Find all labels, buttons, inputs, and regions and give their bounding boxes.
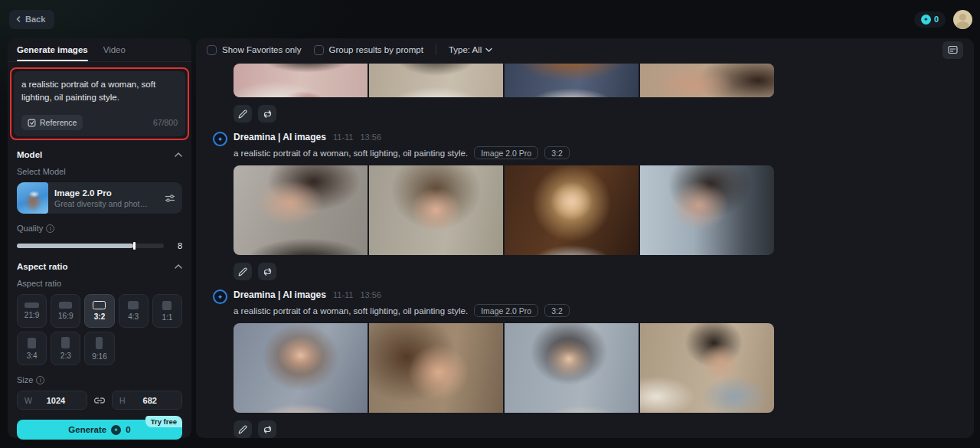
collection-icon (948, 45, 958, 54)
generated-image[interactable] (505, 165, 639, 255)
width-field[interactable]: W (17, 391, 87, 410)
type-dropdown[interactable]: Type: All (449, 45, 492, 54)
back-label: Back (25, 15, 45, 24)
model-badge[interactable]: Image 2.0 Pro (474, 304, 538, 317)
ratio-21-9-icon (24, 302, 39, 308)
ratio-16-9-icon (59, 302, 72, 309)
aspect-option-1-1[interactable]: 1:1 (152, 294, 182, 328)
back-button[interactable]: Back (9, 10, 54, 29)
model-name: Image 2.0 Pro (54, 188, 150, 198)
generate-cost: 0 (126, 425, 130, 434)
ratio-3-2-icon (93, 301, 106, 309)
model-section-title: Model (17, 150, 42, 159)
quality-slider-handle[interactable] (133, 242, 136, 250)
generated-image[interactable] (234, 165, 368, 255)
select-model-label: Select Model (17, 167, 182, 176)
generated-image[interactable] (369, 165, 503, 255)
generated-image[interactable] (505, 323, 639, 413)
quality-row: Quality i (17, 224, 182, 233)
aspect-ratio-label: Aspect ratio (17, 279, 182, 288)
tab-generate-images[interactable]: Generate images (17, 38, 88, 61)
group-prompt: a realistic portrait of a woman, soft li… (234, 306, 468, 316)
prompt-text: a realistic portrait of a woman, soft li… (21, 78, 178, 103)
generated-image[interactable] (369, 64, 503, 97)
aspect-option-16-9[interactable]: 16:9 (51, 294, 80, 328)
regenerate-button[interactable] (258, 263, 276, 280)
group-by-checkbox[interactable] (314, 45, 324, 55)
generate-button[interactable]: Generate ✦ 0 Try free (17, 420, 182, 440)
results-toolbar: Show Favorites only Group results by pro… (196, 38, 974, 61)
cost-coin-icon: ✦ (111, 425, 121, 435)
height-field[interactable]: H (112, 391, 182, 410)
size-label: Size (17, 375, 33, 384)
quality-value: 8 (172, 241, 182, 250)
edit-button[interactable] (234, 420, 252, 438)
credits-badge[interactable]: ✦ 0 (914, 11, 946, 28)
favorites-label: Show Favorites only (222, 45, 302, 54)
aspect-option-3-4[interactable]: 3:4 (17, 332, 47, 365)
generated-image[interactable] (640, 323, 774, 413)
model-description: Great diversity and photorealism. Of... (54, 199, 150, 208)
aspect-option-2-3[interactable]: 2:3 (51, 332, 80, 365)
prompt-highlight-box: a realistic portrait of a woman, soft li… (10, 67, 189, 140)
try-free-badge: Try free (145, 416, 182, 427)
aspect-option-9-16[interactable]: 9:16 (84, 332, 114, 365)
prompt-input[interactable]: a realistic portrait of a woman, soft li… (14, 71, 185, 136)
row-actions (234, 420, 974, 438)
chevron-left-icon (15, 16, 21, 22)
regenerate-button[interactable] (258, 105, 276, 123)
user-avatar[interactable] (953, 10, 972, 29)
group-date: 11-11 (333, 290, 354, 299)
group-title: Dreamina | AI images (234, 132, 326, 142)
quality-slider[interactable] (17, 244, 164, 248)
favorites-filter[interactable]: Show Favorites only (207, 45, 302, 55)
aspect-option-21-9[interactable]: 21:9 (17, 294, 47, 328)
ratio-label: 16:9 (58, 312, 73, 320)
generated-image[interactable] (640, 64, 774, 97)
link-dimensions-button[interactable] (93, 396, 106, 405)
favorites-checkbox[interactable] (207, 45, 217, 55)
info-icon[interactable]: i (36, 376, 44, 384)
aspect-option-4-3[interactable]: 4:3 (119, 294, 149, 328)
info-icon[interactable]: i (46, 224, 54, 233)
edit-button[interactable] (234, 263, 252, 280)
ratio-label: 9:16 (92, 352, 106, 361)
generated-image[interactable] (505, 64, 639, 97)
model-section-header[interactable]: Model (17, 150, 182, 159)
chevron-up-icon (175, 152, 182, 157)
aspect-option-3-2-selected[interactable]: 3:2 (84, 294, 114, 328)
dreamina-sparkle-icon: ✦ (213, 289, 227, 304)
generated-image[interactable] (369, 323, 503, 413)
group-by-prompt-filter[interactable]: Group results by prompt (314, 45, 423, 55)
model-settings-icon[interactable] (165, 194, 175, 203)
model-card[interactable]: Image 2.0 Pro Great diversity and photor… (17, 182, 182, 214)
height-input[interactable] (126, 396, 175, 405)
credits-count: 0 (934, 15, 939, 24)
credit-coin-icon: ✦ (921, 15, 931, 25)
width-input[interactable] (32, 396, 80, 405)
edit-button[interactable] (234, 105, 252, 123)
generated-image[interactable] (640, 165, 774, 255)
regenerate-button[interactable] (258, 420, 276, 438)
tab-video[interactable]: Video (103, 38, 126, 61)
ratio-badge[interactable]: 3:2 (544, 304, 570, 317)
repeat-icon (263, 267, 273, 276)
group-time: 13:56 (360, 290, 381, 299)
generation-group-header: ✦ Dreamina | AI images 11-11 13:56 a rea… (234, 289, 974, 317)
results-feed: ✦ Dreamina | AI images 11-11 13:56 a rea… (196, 64, 974, 438)
reference-button[interactable]: Reference (21, 115, 83, 130)
results-panel: Show Favorites only Group results by pro… (196, 38, 974, 438)
aspect-section-header[interactable]: Aspect ratio (17, 262, 182, 271)
toolbar-divider (436, 44, 436, 55)
ratio-9-16-icon (96, 337, 103, 349)
pencil-icon (238, 425, 247, 434)
ratio-label: 1:1 (162, 313, 172, 322)
type-dropdown-label: Type: All (449, 45, 482, 54)
chevron-up-icon (175, 264, 182, 269)
collection-button[interactable] (942, 41, 963, 59)
model-badge[interactable]: Image 2.0 Pro (474, 146, 538, 159)
ratio-badge[interactable]: 3:2 (544, 146, 570, 159)
size-inputs: W H (17, 391, 182, 410)
generated-image[interactable] (234, 323, 368, 413)
generated-image[interactable] (234, 64, 368, 97)
